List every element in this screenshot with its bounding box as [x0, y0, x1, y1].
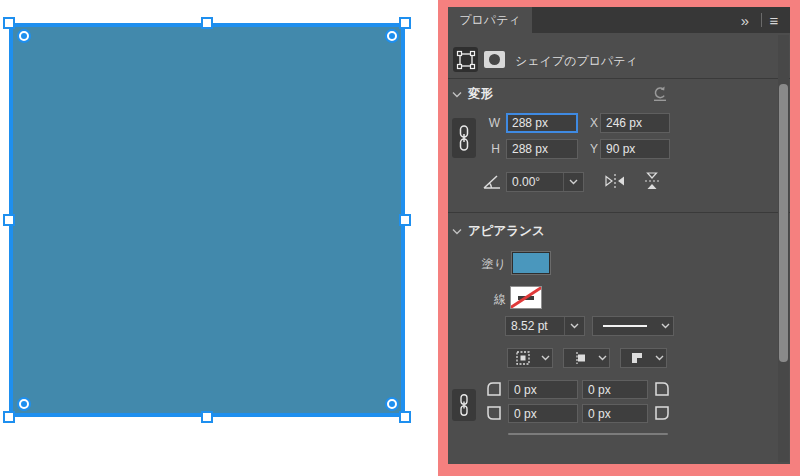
corner-radius-dot — [389, 401, 395, 407]
transform-collapse-chevron-icon[interactable] — [452, 91, 462, 98]
double-arrow-icon: » — [741, 12, 749, 29]
tab-properties[interactable]: プロパティ — [448, 7, 532, 33]
corner-radius-dot — [21, 401, 27, 407]
reset-icon — [651, 85, 669, 103]
flip-vertical-icon — [644, 171, 660, 191]
chevron-down-icon — [655, 355, 664, 361]
stroke-width-dropdown[interactable]: 8.52 pt — [505, 316, 585, 336]
width-input[interactable] — [506, 113, 578, 133]
tabstrip-divider — [761, 13, 762, 27]
y-position-label: Y — [586, 142, 598, 156]
tab-properties-label: プロパティ — [459, 12, 520, 29]
chevron-down-icon — [598, 355, 607, 361]
corner-bottom-left-input[interactable] — [508, 404, 578, 423]
stroke-style-solid-line-icon — [593, 325, 657, 327]
corner-bottom-right-input[interactable] — [582, 404, 648, 423]
transform-handle-bottom-center[interactable] — [201, 411, 213, 423]
corner-top-left-input[interactable] — [508, 380, 578, 399]
corner-radius-target-bottom-left[interactable] — [17, 397, 31, 411]
chevron-down-icon — [541, 355, 550, 361]
corner-top-right-input[interactable] — [582, 380, 648, 399]
collapse-panel-button[interactable]: » — [734, 8, 756, 32]
corner-radius-dot — [21, 33, 27, 39]
transform-handle-top-left[interactable] — [3, 17, 15, 29]
stroke-corner-icon — [629, 350, 645, 366]
no-color-slash-icon — [510, 286, 542, 309]
transform-handle-top-center[interactable] — [201, 17, 213, 29]
link-corner-radii-button[interactable] — [452, 389, 476, 421]
rotation-value: 0.00° — [507, 175, 563, 189]
appearance-collapse-chevron-icon[interactable] — [452, 228, 462, 235]
stroke-color-swatch[interactable] — [510, 286, 542, 309]
hamburger-menu-icon: ≡ — [770, 12, 779, 29]
fill-label: 塗り — [466, 256, 506, 273]
stroke-corner-dropdown[interactable] — [620, 348, 667, 368]
x-position-label: X — [586, 116, 598, 130]
section-drag-divider — [508, 433, 668, 435]
height-input[interactable] — [506, 139, 578, 159]
corner-radius-dot — [389, 33, 395, 39]
chevron-down-icon — [569, 179, 578, 185]
stroke-label: 線 — [466, 291, 506, 308]
properties-panel: プロパティ » ≡ シェイプのプロパティ — [448, 7, 790, 464]
stroke-align-icon — [515, 350, 531, 366]
rotation-angle-icon — [482, 174, 502, 190]
reset-transform-button[interactable] — [651, 85, 669, 103]
transform-handle-bottom-left[interactable] — [3, 411, 15, 423]
document-canvas[interactable] — [0, 0, 438, 476]
corner-bottom-left-icon — [485, 404, 503, 422]
panel-menu-button[interactable]: ≡ — [764, 8, 784, 32]
section-divider — [448, 212, 790, 213]
flip-vertical-button[interactable] — [644, 171, 660, 191]
transform-handle-bottom-right[interactable] — [399, 411, 411, 423]
corner-radius-target-top-right[interactable] — [385, 29, 399, 43]
transform-section-title: 変形 — [468, 86, 493, 103]
mask-properties-button[interactable] — [482, 47, 507, 72]
corner-top-left-icon — [485, 380, 503, 398]
mask-icon — [484, 51, 505, 68]
panel-scrollbar[interactable] — [778, 35, 789, 462]
height-label: H — [482, 142, 500, 156]
stroke-width-value: 8.52 pt — [506, 319, 564, 333]
selected-shape-rectangle[interactable] — [9, 23, 405, 417]
x-position-input[interactable] — [600, 113, 670, 133]
panel-tab-strip: プロパティ » ≡ — [448, 7, 790, 33]
chevron-down-icon — [661, 323, 670, 329]
rotation-dropdown[interactable]: 0.00° — [506, 172, 584, 192]
flip-horizontal-icon — [604, 173, 626, 189]
width-label: W — [482, 116, 500, 130]
shape-properties-title: シェイプのプロパティ — [515, 53, 638, 70]
corner-radius-target-top-left[interactable] — [17, 29, 31, 43]
transform-handle-top-right[interactable] — [399, 17, 411, 29]
appearance-section-title: アピアランス — [468, 223, 545, 240]
stroke-cap-dropdown[interactable] — [563, 348, 610, 368]
scrollbar-thumb[interactable] — [779, 84, 788, 362]
chain-link-icon — [458, 393, 470, 417]
transform-handle-middle-left[interactable] — [3, 214, 15, 226]
transform-handle-middle-right[interactable] — [399, 214, 411, 226]
stroke-style-dropdown[interactable] — [592, 316, 674, 336]
shape-properties-button[interactable] — [453, 47, 478, 72]
link-dimensions-button[interactable] — [452, 118, 476, 158]
chain-link-icon — [457, 124, 471, 152]
fill-color-swatch[interactable] — [512, 252, 550, 274]
chevron-down-icon — [570, 323, 579, 329]
y-position-input[interactable] — [600, 139, 670, 159]
corner-bottom-right-icon — [653, 404, 671, 422]
stroke-align-dropdown[interactable] — [507, 348, 553, 368]
flip-horizontal-button[interactable] — [604, 173, 626, 191]
section-divider — [448, 78, 790, 79]
stroke-cap-icon — [572, 350, 588, 366]
corner-radius-target-bottom-right[interactable] — [385, 397, 399, 411]
app-root: プロパティ » ≡ シェイプのプロパティ — [0, 0, 800, 476]
corner-top-right-icon — [653, 380, 671, 398]
bounding-box-icon — [456, 50, 476, 70]
